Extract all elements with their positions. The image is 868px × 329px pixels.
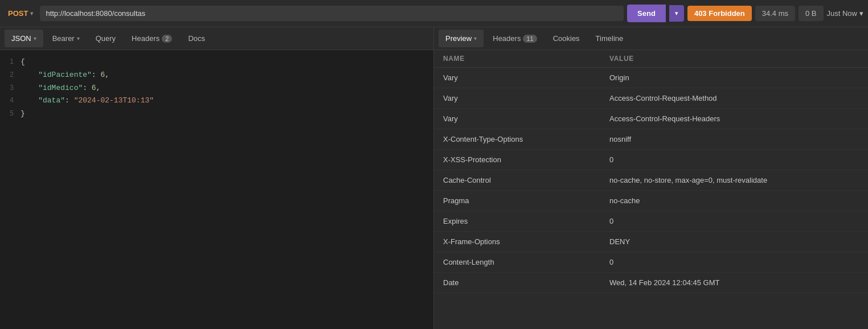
left-panel: JSON ▾ Bearer ▾ Query Headers 2 Docs 1: [0, 27, 434, 329]
table-row: Content-Length 0: [434, 252, 868, 273]
response-size: 0 B: [799, 6, 824, 21]
table-row: X-Content-Type-Options nosniff: [434, 129, 868, 150]
method-label: POST: [8, 9, 28, 18]
send-button[interactable]: Send: [627, 5, 666, 22]
code-editor[interactable]: 1 { 2 "idPaciente": 6, 3 "idMedico": 6,: [0, 50, 433, 329]
cell-name: X-Content-Type-Options: [443, 135, 609, 143]
tab-query[interactable]: Query: [89, 30, 122, 47]
tab-query-label: Query: [96, 34, 116, 43]
tab-timeline-label: Timeline: [596, 34, 624, 43]
line-num-5: 5: [0, 108, 21, 119]
headers-table: NAME VALUE Vary Origin Vary Access-Contr…: [434, 50, 868, 329]
table-header-row: NAME VALUE: [434, 50, 868, 68]
cell-value: no-cache, no-store, max-age=0, must-reva…: [609, 176, 859, 184]
tab-bearer-label: Bearer: [52, 34, 75, 43]
table-row: Vary Access-Control-Request-Headers: [434, 109, 868, 129]
method-chevron-icon: ▾: [30, 10, 33, 17]
timestamp-chevron-icon: ▾: [859, 9, 863, 18]
code-line-2: 2 "idPaciente": 6,: [0, 69, 433, 82]
tab-headers-badge: 2: [162, 35, 172, 43]
line-content-4: "data": "2024-02-13T10:13": [21, 95, 154, 107]
tab-response-headers-badge: 11: [523, 35, 537, 43]
tab-json-chevron-icon: ▾: [34, 35, 36, 42]
tab-docs[interactable]: Docs: [181, 30, 212, 47]
right-panel: Preview ▾ Headers 11 Cookies Timeline NA…: [434, 27, 868, 329]
tab-docs-label: Docs: [188, 34, 205, 43]
cell-value: no-cache: [609, 196, 859, 205]
right-tab-bar: Preview ▾ Headers 11 Cookies Timeline: [434, 27, 868, 50]
table-row: Date Wed, 14 Feb 2024 12:04:45 GMT: [434, 273, 868, 293]
tab-preview-chevron-icon: ▾: [474, 35, 477, 42]
tab-timeline[interactable]: Timeline: [589, 30, 630, 47]
tab-cookies[interactable]: Cookies: [546, 30, 587, 47]
tab-response-headers[interactable]: Headers 11: [486, 30, 543, 47]
tab-bearer[interactable]: Bearer ▾: [46, 30, 87, 47]
headers-rows-container: Vary Origin Vary Access-Control-Request-…: [434, 68, 868, 293]
cell-name: X-Frame-Options: [443, 237, 609, 246]
tab-preview-label: Preview: [445, 34, 472, 43]
cell-name: Vary: [443, 94, 609, 102]
cell-value: Origin: [609, 73, 859, 82]
cell-value: 0: [609, 258, 859, 266]
cell-name: Pragma: [443, 196, 609, 205]
line-content-3: "idMedico": 6,: [21, 83, 100, 94]
code-line-5: 5 }: [0, 108, 433, 121]
method-selector[interactable]: POST ▾: [5, 7, 36, 20]
table-row: Vary Access-Control-Request-Method: [434, 88, 868, 109]
line-content-2: "idPaciente": 6,: [21, 69, 109, 81]
send-dropdown-button[interactable]: ▾: [669, 5, 684, 22]
cell-value: 0: [609, 217, 859, 225]
tab-json[interactable]: JSON ▾: [5, 30, 43, 47]
line-num-2: 2: [0, 69, 21, 80]
timestamp-container: Just Now ▾: [827, 9, 863, 18]
tab-preview[interactable]: Preview ▾: [439, 30, 484, 47]
main-layout: JSON ▾ Bearer ▾ Query Headers 2 Docs 1: [0, 27, 868, 329]
table-row: Vary Origin: [434, 68, 868, 88]
cell-name: Vary: [443, 73, 609, 82]
cell-value: Wed, 14 Feb 2024 12:04:45 GMT: [609, 278, 859, 287]
timestamp-label: Just Now: [827, 9, 857, 18]
response-time: 34.4 ms: [755, 6, 795, 21]
line-content-1: {: [21, 56, 25, 68]
tab-response-headers-label: Headers: [493, 34, 521, 43]
table-row: Expires 0: [434, 211, 868, 232]
tab-cookies-label: Cookies: [553, 34, 580, 43]
status-badge: 403 Forbidden: [687, 6, 752, 21]
left-tab-bar: JSON ▾ Bearer ▾ Query Headers 2 Docs: [0, 27, 433, 50]
tab-bearer-chevron-icon: ▾: [77, 35, 80, 42]
table-row: X-Frame-Options DENY: [434, 232, 868, 252]
code-line-3: 3 "idMedico": 6,: [0, 82, 433, 95]
cell-value: Access-Control-Request-Headers: [609, 114, 859, 123]
tab-headers-label: Headers: [132, 34, 159, 43]
tab-json-label: JSON: [11, 34, 31, 43]
top-bar: POST ▾ Send ▾ 403 Forbidden 34.4 ms 0 B …: [0, 0, 868, 27]
col-value-header: VALUE: [609, 55, 859, 63]
col-name-header: NAME: [443, 55, 609, 63]
cell-value: Access-Control-Request-Method: [609, 94, 859, 102]
cell-name: Date: [443, 278, 609, 287]
table-row: X-XSS-Protection 0: [434, 150, 868, 170]
cell-name: Expires: [443, 217, 609, 225]
table-row: Pragma no-cache: [434, 191, 868, 211]
cell-value: 0: [609, 155, 859, 164]
cell-name: Content-Length: [443, 258, 609, 266]
code-line-4: 4 "data": "2024-02-13T10:13": [0, 94, 433, 108]
line-num-4: 4: [0, 95, 21, 106]
code-line-1: 1 {: [0, 56, 433, 69]
cell-name: X-XSS-Protection: [443, 155, 609, 164]
line-num-1: 1: [0, 56, 21, 67]
table-row: Cache-Control no-cache, no-store, max-ag…: [434, 170, 868, 191]
line-content-5: }: [21, 108, 25, 120]
url-input[interactable]: [40, 6, 624, 21]
cell-value: DENY: [609, 237, 859, 246]
cell-name: Cache-Control: [443, 176, 609, 184]
cell-value: nosniff: [609, 135, 859, 143]
tab-headers[interactable]: Headers 2: [125, 30, 179, 47]
cell-name: Vary: [443, 114, 609, 123]
line-num-3: 3: [0, 83, 21, 93]
